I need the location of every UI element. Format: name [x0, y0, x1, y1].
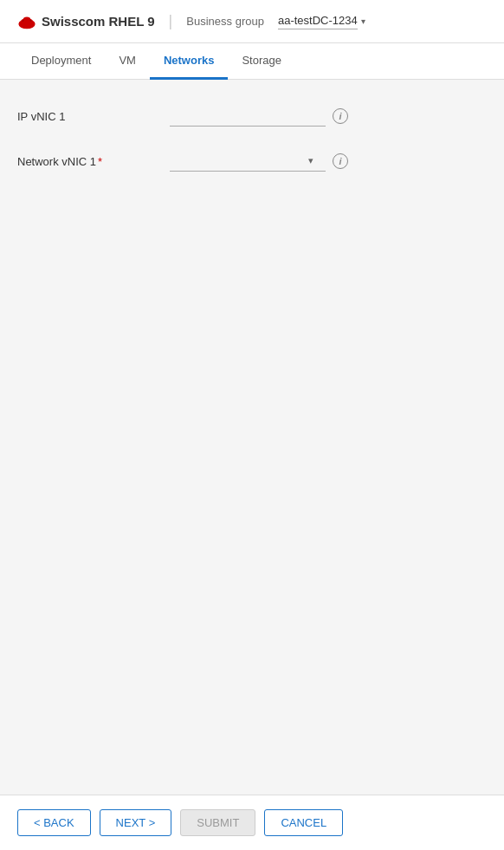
business-group-dropdown-arrow: ▾ — [361, 16, 365, 26]
network-vnic1-select-wrap[interactable]: ▾ — [170, 151, 326, 172]
submit-button: SUBMIT — [180, 809, 255, 836]
business-group-value: aa-testDC-1234 — [278, 14, 358, 29]
app-logo: Swisscom RHEL 9 — [17, 12, 155, 31]
business-group-selector[interactable]: aa-testDC-1234 ▾ — [278, 14, 365, 29]
header: Swisscom RHEL 9 | Business group aa-test… — [0, 0, 504, 43]
tab-bar: Deployment VM Networks Storage — [0, 43, 504, 80]
next-button[interactable]: NEXT > — [100, 809, 172, 836]
ip-vnic1-info-icon[interactable]: i — [333, 108, 348, 124]
network-vnic1-label: Network vNIC 1* — [17, 155, 156, 168]
network-vnic1-row: Network vNIC 1* ▾ i — [17, 151, 487, 172]
business-group-label: Business group — [186, 15, 264, 28]
header-divider: | — [169, 12, 173, 30]
ip-vnic1-input[interactable] — [170, 106, 326, 127]
redhat-icon — [17, 12, 36, 31]
ip-vnic1-row: IP vNIC 1 i — [17, 106, 487, 127]
back-button[interactable]: < BACK — [17, 809, 91, 836]
network-vnic1-info-icon[interactable]: i — [333, 153, 348, 169]
tab-vm[interactable]: VM — [105, 43, 150, 80]
network-vnic1-input-wrap: ▾ i — [170, 151, 487, 172]
ip-vnic1-label: IP vNIC 1 — [17, 110, 156, 123]
cancel-button[interactable]: CANCEL — [264, 809, 343, 836]
app-title: Swisscom RHEL 9 — [42, 14, 155, 29]
network-vnic1-dropdown-arrow: ▾ — [308, 155, 313, 166]
required-star: * — [98, 155, 102, 168]
footer: < BACK NEXT > SUBMIT CANCEL — [0, 795, 504, 850]
tab-deployment[interactable]: Deployment — [17, 43, 105, 80]
tab-storage[interactable]: Storage — [228, 43, 295, 80]
ip-vnic1-input-wrap: i — [170, 106, 487, 127]
tab-networks[interactable]: Networks — [150, 43, 229, 80]
svg-point-2 — [23, 16, 30, 22]
main-content: IP vNIC 1 i Network vNIC 1* ▾ i — [0, 80, 504, 795]
network-vnic1-select[interactable] — [170, 151, 308, 171]
